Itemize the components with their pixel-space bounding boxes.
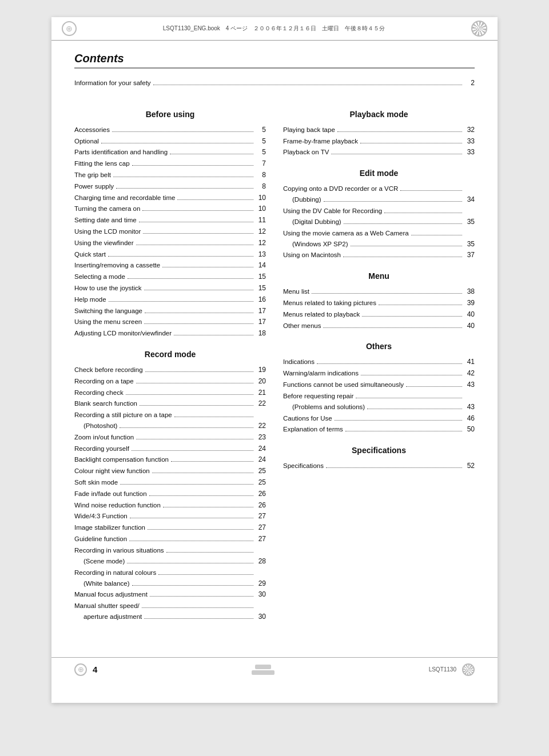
toc-playing-back: Playing back tape32 [283, 125, 475, 136]
toc-menu-screen: Using the menu screen17 [74, 317, 266, 328]
toc-charging-time: Charging time and recordable time10 [74, 193, 266, 204]
toc-colour-night: Colour night view function25 [74, 466, 266, 477]
footer-right: LSQT1130 [429, 663, 475, 676]
toc-other-menus: Other menus40 [283, 321, 475, 332]
toc-fade: Fade in/fade out function26 [74, 489, 266, 500]
menu-entries: Menu list38 Menus related to taking pict… [283, 286, 475, 331]
toc-macintosh: Using on Macintosh37 [283, 250, 475, 261]
toc-recording-check: Recording check21 [74, 387, 266, 399]
toc-inserting-cassette: Inserting/removing a cassette14 [74, 260, 266, 271]
toc-web-camera: Using the movie camera as a Web Camera [283, 228, 475, 239]
toc-frame-by-frame: Frame-by-frame playback33 [283, 136, 475, 147]
toc-optional: Optional5 [74, 136, 266, 147]
contents-title-section: Contents [74, 52, 475, 69]
footer-center [252, 665, 274, 675]
footer-left-decoration: ⊕ [74, 663, 87, 676]
header-text: LSQT1130_ENG.book 4 ページ ２００６年１２月１６日 土曜日 … [82, 25, 466, 33]
playback-entries: Playing back tape32 Frame-by-frame playb… [283, 125, 475, 158]
section-heading-edit: Edit mode [283, 169, 475, 178]
toc-aperture: aperture adjustment30 [74, 611, 266, 623]
section-heading-others: Others [283, 342, 475, 351]
toc-windows-xp: (Windows XP SP2)35 [283, 239, 475, 250]
top-left-decoration: ⊕ [62, 21, 77, 36]
section-heading-menu: Menu [283, 271, 475, 281]
before-using-entries: Accessories5 Optional5 Parts identificat… [74, 125, 266, 339]
toc-before-repair: Before requesting repair [283, 391, 475, 402]
toc-problems-solutions: (Problems and solutions)43 [283, 402, 475, 413]
page: ⊕ LSQT1130_ENG.book 4 ページ ２００６年１２月１６日 土曜… [51, 17, 498, 703]
toc-playback-tv: Playback on TV33 [283, 147, 475, 158]
toc-warning-alarm: Warning/alarm indications42 [283, 368, 475, 379]
toc-copying-dvd: Copying onto a DVD recorder or a VCR [283, 183, 475, 194]
safety-label: Information for your safety [74, 78, 151, 89]
page-footer: ⊕ 4 LSQT1130 [51, 657, 498, 682]
toc-manual-focus: Manual focus adjustment30 [74, 589, 266, 601]
toc-columns: Before using Accessories5 Optional5 Part… [74, 99, 475, 623]
toc-blank-search: Blank search function22 [74, 398, 266, 410]
footer-left: ⊕ 4 [74, 663, 97, 676]
section-heading-record-mode: Record mode [74, 350, 266, 359]
left-column: Before using Accessories5 Optional5 Part… [74, 99, 266, 623]
safety-dots [153, 85, 462, 85]
toc-power-supply: Power supply8 [74, 181, 266, 193]
toc-selecting-mode: Selecting a mode15 [74, 271, 266, 283]
section-heading-specifications: Specifications [283, 446, 475, 455]
toc-explanation-terms: Explanation of terms50 [283, 424, 475, 435]
toc-indications: Indications41 [283, 357, 475, 368]
toc-safety: Information for your safety 2 [74, 78, 475, 89]
toc-menus-taking: Menus related to taking pictures39 [283, 298, 475, 309]
toc-adjusting-lcd: Adjusting LCD monitor/viewfinder18 [74, 328, 266, 339]
footer-right-decoration [462, 663, 475, 676]
toc-zoom: Zoom in/out function23 [74, 432, 266, 443]
toc-recording-yourself: Recording yourself24 [74, 443, 266, 455]
toc-still-picture: Recording a still picture on a tape [74, 410, 266, 421]
toc-manual-shutter: Manual shutter speed/ [74, 601, 266, 611]
toc-natural-colours: Recording in natural colours [74, 567, 266, 578]
others-entries: Indications41 Warning/alarm indications4… [283, 357, 475, 435]
toc-backlight: Backlight compensation function24 [74, 454, 266, 466]
header-bar: ⊕ LSQT1130_ENG.book 4 ページ ２００６年１２月１６日 土曜… [51, 17, 498, 41]
footer-page-number: 4 [93, 665, 97, 674]
toc-soft-skin: Soft skin mode25 [74, 477, 266, 489]
toc-help-mode: Help mode16 [74, 294, 266, 306]
toc-cautions: Cautions for Use46 [283, 413, 475, 425]
toc-dubbing: (Dubbing)34 [283, 194, 475, 206]
toc-check-before: Check before recording19 [74, 365, 266, 376]
toc-white-balance: (White balance)29 [74, 578, 266, 590]
toc-camera-on: Turning the camera on10 [74, 203, 266, 215]
toc-wide-43: Wide/4:3 Function27 [74, 511, 266, 522]
safety-page: 2 [464, 78, 475, 89]
toc-specifications: Specifications52 [283, 461, 475, 472]
footer-code: LSQT1130 [429, 666, 456, 673]
toc-wind-noise: Wind noise reduction function26 [74, 500, 266, 511]
toc-viewfinder: Using the viewfinder12 [74, 238, 266, 249]
specifications-entries: Specifications52 [283, 461, 475, 472]
toc-date-time: Setting date and time11 [74, 215, 266, 226]
right-column: Playback mode Playing back tape32 Frame-… [283, 99, 475, 623]
top-right-decoration [471, 21, 487, 37]
toc-menus-playback: Menus related to playback40 [283, 309, 475, 321]
toc-menu-list: Menu list38 [283, 286, 475, 298]
record-mode-entries: Check before recording19 Recording on a … [74, 365, 266, 623]
section-heading-before-using: Before using [74, 110, 266, 119]
edit-entries: Copying onto a DVD recorder or a VCR (Du… [283, 183, 475, 261]
toc-guideline: Guideline function27 [74, 534, 266, 545]
toc-photoshot: (Photoshot)22 [74, 421, 266, 432]
toc-grip-belt: The grip belt8 [74, 170, 266, 181]
toc-various-situations: Recording in various situations [74, 545, 266, 556]
toc-functions-simultaneous: Functions cannot be used simultaneously4… [283, 379, 475, 391]
toc-image-stabilizer: Image stabilizer function27 [74, 522, 266, 534]
toc-joystick: How to use the joystick15 [74, 283, 266, 294]
toc-scene-mode: (Scene mode)28 [74, 556, 266, 567]
page-content: Contents Information for your safety 2 B… [51, 41, 498, 646]
toc-accessories: Accessories5 [74, 125, 266, 136]
toc-recording-tape: Recording on a tape20 [74, 376, 266, 387]
toc-parts-id: Parts identification and handling5 [74, 147, 266, 158]
section-heading-playback: Playback mode [283, 110, 475, 119]
toc-digital-dubbing: (Digital Dubbing)35 [283, 217, 475, 228]
toc-lcd-monitor: Using the LCD monitor12 [74, 226, 266, 238]
toc-quick-start: Quick start13 [74, 249, 266, 261]
toc-dv-cable: Using the DV Cable for Recording [283, 206, 475, 217]
toc-language: Switching the language17 [74, 306, 266, 317]
toc-lens-cap: Fitting the lens cap7 [74, 158, 266, 170]
